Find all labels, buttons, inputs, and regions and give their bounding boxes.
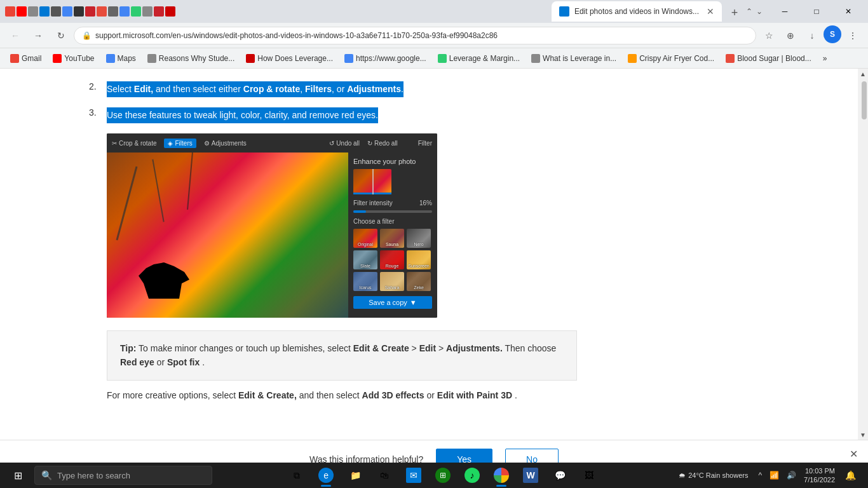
bookmark-favicon-reasons [147, 54, 156, 63]
for-more-section: For more creative options, select Edit &… [107, 388, 832, 402]
redo-all-btn: ↻Redo all [367, 140, 398, 147]
chrome-icon [494, 468, 509, 483]
mail-icon: ✉ [406, 468, 421, 483]
address-bar[interactable]: 🔒 support.microsoft.com/en-us/windows/ed… [74, 27, 756, 44]
bookmark-favicon-leverage-margin [438, 54, 447, 63]
weather-icon: 🌧 [679, 471, 686, 479]
maximize-button[interactable]: □ [802, 0, 831, 23]
taskbar-photos[interactable]: 🖼 [575, 463, 603, 488]
start-icon: ⊞ [14, 470, 22, 482]
save-copy-button[interactable]: Save a copy ▼ [353, 296, 432, 309]
bookmark-favicon-crispy [628, 54, 637, 63]
editor-main: Enhance your photo Filter intensity 16% [107, 152, 437, 318]
taskbar-explorer[interactable]: 📁 [341, 463, 369, 488]
chevron-up-icon[interactable]: ⌃ [746, 7, 752, 16]
tip-text: To make minor changes or touch up blemis… [139, 343, 353, 353]
favicon-pin12 [154, 6, 164, 17]
taskbar-messenger[interactable]: 💬 [546, 463, 574, 488]
taskbar-tray: 🌧 24°C Rain showers ^ 📶 🔊 10:03 PM 7/16/… [674, 465, 860, 485]
bookmark-label-gmail: Gmail [22, 54, 41, 63]
bookmark-what-leverage[interactable]: What is Leverage in... [526, 53, 621, 64]
bookmark-label-youtube: YouTube [64, 54, 94, 63]
refresh-button[interactable]: ↻ [51, 25, 71, 46]
bookmark-more[interactable]: » [818, 53, 832, 64]
for-more-or: or [426, 390, 437, 400]
step-3: 3. Use these features to tweak light, co… [89, 107, 832, 123]
bookmark-favicon-maps [106, 54, 115, 63]
feedback-close-button[interactable]: ✕ [850, 448, 858, 460]
bookmark-leverage-margin[interactable]: Leverage & Margin... [433, 53, 525, 64]
weather-text: 24°C Rain showers [688, 471, 748, 479]
tip-gt1: > [412, 343, 419, 353]
favicon-gmail [5, 6, 15, 17]
bookmark-google[interactable]: https://www.google... [339, 53, 431, 64]
tray-volume-icon[interactable]: 🔊 [784, 470, 799, 481]
bookmark-reasons[interactable]: Reasons Why Stude... [142, 53, 240, 64]
bookmark-favicon-leverage-how [246, 54, 255, 63]
favicon-pin8 [108, 6, 118, 17]
downloads-button[interactable]: ↓ [802, 25, 822, 46]
bookmark-youtube[interactable]: YouTube [48, 53, 99, 64]
profile-button[interactable]: S [824, 25, 841, 43]
bookmark-blood-sugar[interactable]: Blood Sugar | Blood... [721, 53, 817, 64]
favicon-pin11 [142, 6, 153, 17]
filter-row-1: Original Sauna Nero [353, 229, 432, 248]
tab-close-btn[interactable]: ✕ [707, 6, 714, 17]
tray-chevron[interactable]: ^ [756, 470, 764, 481]
active-tab[interactable]: Edit photos and videos in Windows... ✕ [552, 1, 722, 22]
intensity-row: Filter intensity 16% [353, 200, 432, 207]
tray-weather[interactable]: 🌧 24°C Rain showers [674, 471, 753, 479]
bookmark-favicon-what-leverage [531, 54, 540, 63]
favicon-pin13 [165, 6, 175, 17]
bookmark-gmail[interactable]: Gmail [5, 53, 46, 64]
taskbar-word[interactable]: W [517, 463, 545, 488]
tip-spot-fix: Spot fix [167, 357, 200, 367]
back-button[interactable]: ← [5, 25, 25, 46]
bookmark-crispy-fryer[interactable]: Crispy Air Fryer Cod... [623, 53, 719, 64]
favicon-pin9 [119, 6, 130, 17]
tip-box: Tip: To make minor changes or touch up b… [107, 330, 577, 381]
taskbar-chrome[interactable] [487, 463, 515, 488]
scrollbar[interactable]: ▲ ▼ [858, 69, 868, 440]
bookmark-label-leverage-margin: Leverage & Margin... [449, 54, 520, 63]
tip-gt2: > [438, 343, 446, 353]
bookmark-star-button[interactable]: ☆ [759, 25, 779, 46]
intensity-fill [353, 210, 366, 213]
notification-icon: 🔔 [845, 470, 856, 480]
minimize-button[interactable]: ─ [770, 0, 799, 23]
tray-network-icon[interactable]: 📶 [767, 470, 782, 481]
notification-button[interactable]: 🔔 [840, 465, 860, 485]
taskbar-mail[interactable]: ✉ [400, 463, 428, 488]
start-button[interactable]: ⊞ [3, 463, 33, 488]
favicon-pin2 [39, 6, 50, 17]
bookmark-label-google: https://www.google... [356, 54, 426, 63]
messenger-icon: 💬 [552, 468, 567, 483]
taskbar-store[interactable]: 🛍 [370, 463, 398, 488]
taskbar-apps: ⧉ e 📁 🛍 ✉ ⊞ ♪ W 💬 🖼 [214, 463, 672, 488]
taskbar-search[interactable]: 🔍 Type here to search [34, 466, 212, 485]
taskbar-task-view[interactable]: ⧉ [283, 463, 311, 488]
taskbar-spotify[interactable]: ♪ [458, 463, 486, 488]
scroll-up-arrow[interactable]: ▲ [858, 69, 868, 79]
taskbar: ⊞ 🔍 Type here to search ⧉ e 📁 🛍 ✉ ⊞ ♪ [0, 463, 868, 488]
bookmark-favicon-gmail [10, 54, 19, 63]
navigation-bar: ← → ↻ 🔒 support.microsoft.com/en-us/wind… [0, 23, 868, 48]
scroll-down-arrow[interactable]: ▼ [858, 430, 868, 440]
scrollbar-thumb[interactable] [862, 81, 867, 119]
forward-button[interactable]: → [28, 25, 48, 46]
taskbar-xbox[interactable]: ⊞ [429, 463, 457, 488]
favicon-pin1 [28, 6, 38, 17]
crop-rotate-btn: ✂Crop & rotate [112, 140, 156, 147]
bookmark-leverage-how[interactable]: How Does Leverage... [241, 53, 338, 64]
taskbar-edge[interactable]: e [312, 463, 340, 488]
chevron-down-icon[interactable]: ⌄ [756, 7, 763, 16]
bookmark-maps[interactable]: Maps [101, 53, 141, 64]
new-tab-button[interactable]: + [726, 4, 743, 22]
close-button[interactable]: ✕ [834, 0, 863, 23]
extensions-button[interactable]: ⊕ [780, 25, 801, 46]
tray-clock[interactable]: 10:03 PM 7/16/2022 [801, 466, 837, 485]
filter-sauna: Sauna [380, 229, 404, 248]
for-more-period: . [515, 390, 517, 400]
settings-menu-button[interactable]: ⋮ [843, 25, 863, 46]
for-more-edit-create: Edit & Create, [238, 390, 297, 400]
